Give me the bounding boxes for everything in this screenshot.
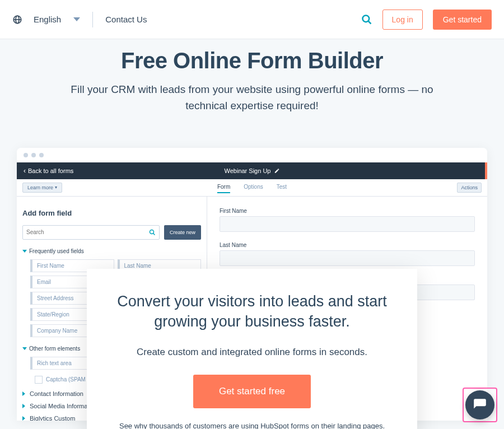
- learn-more-label: Learn more: [27, 185, 53, 190]
- cta-card: Convert your visitors into leads and sta…: [87, 269, 417, 429]
- caret-down-icon: [22, 250, 27, 253]
- search-row: Create new: [22, 225, 201, 240]
- window-dot: [39, 153, 44, 157]
- accent-strip: [485, 162, 487, 179]
- back-link[interactable]: ‹ Back to all forms: [24, 167, 73, 175]
- svg-point-3: [362, 15, 369, 22]
- hero: Free Online Form Builder Fill your CRM w…: [0, 39, 504, 114]
- form-title: Webinar Sign Up: [225, 167, 271, 174]
- field-search[interactable]: [22, 225, 160, 240]
- page-subtitle: Fill your CRM with leads from your websi…: [50, 81, 454, 114]
- header-right: Log in Get started: [361, 10, 492, 30]
- search-icon: [149, 229, 156, 236]
- page-title: Free Online Form Builder: [34, 48, 470, 73]
- pencil-icon: [274, 168, 279, 174]
- sub-toolbar: Learn more ▾ Form Options Test Actions: [17, 179, 487, 197]
- builder-tabs: Form Options Test: [217, 181, 287, 193]
- chat-icon: [473, 398, 487, 412]
- label-last-name: Last Name: [220, 242, 475, 248]
- checkbox-icon: [35, 376, 43, 384]
- caret-right-icon: [22, 391, 27, 396]
- input-first-name[interactable]: [220, 216, 475, 232]
- caret-down-icon: ▾: [55, 185, 57, 190]
- tab-options[interactable]: Options: [244, 181, 263, 193]
- category-label: Other form elements: [29, 346, 80, 352]
- cta-subtext: Create custom and integrated online form…: [107, 347, 397, 358]
- contact-link[interactable]: Contact Us: [105, 15, 147, 24]
- chevron-left-icon: ‹: [24, 167, 26, 175]
- window-dot: [31, 153, 36, 157]
- search-icon[interactable]: [361, 14, 372, 25]
- chat-bubble: [465, 390, 494, 419]
- header-left: English Contact Us: [12, 12, 147, 27]
- app-top-bar: ‹ Back to all forms Webinar Sign Up: [17, 162, 487, 179]
- category-toggle[interactable]: Frequently used fields: [22, 246, 201, 256]
- back-label: Back to all forms: [28, 167, 73, 174]
- globe-icon: [12, 15, 22, 25]
- tab-test[interactable]: Test: [277, 181, 287, 193]
- chevron-down-icon: [73, 17, 80, 21]
- actions-button[interactable]: Actions: [457, 183, 482, 193]
- svg-line-4: [368, 21, 371, 24]
- caret-right-icon: [22, 416, 27, 421]
- learn-more-button[interactable]: Learn more ▾: [22, 183, 62, 193]
- divider: [92, 12, 93, 27]
- panel-heading: Add form field: [22, 209, 201, 217]
- tab-form[interactable]: Form: [217, 181, 230, 193]
- category-label: Frequently used fields: [29, 248, 84, 254]
- form-title-group[interactable]: Webinar Sign Up: [225, 167, 280, 174]
- caret-down-icon: [22, 347, 27, 350]
- svg-line-6: [153, 233, 155, 235]
- create-new-button[interactable]: Create new: [164, 225, 201, 240]
- chat-widget[interactable]: [463, 388, 497, 422]
- language-selector[interactable]: English: [12, 15, 80, 25]
- input-last-name[interactable]: [220, 250, 475, 266]
- get-started-button[interactable]: Get started: [433, 10, 492, 30]
- cta-heading: Convert your visitors into leads and sta…: [107, 291, 397, 332]
- cta-footnote: See why thousands of customers are using…: [107, 422, 397, 429]
- section-label: Biglytics Custom: [30, 415, 75, 421]
- caret-right-icon: [22, 404, 27, 408]
- get-started-free-button[interactable]: Get started free: [193, 375, 311, 408]
- browser-chrome: [17, 148, 487, 162]
- svg-point-5: [150, 230, 153, 234]
- site-header: English Contact Us Log in Get started: [0, 0, 504, 39]
- section-label: Contact Information: [30, 390, 83, 397]
- language-label: English: [34, 15, 61, 24]
- search-input[interactable]: [26, 229, 149, 235]
- login-button[interactable]: Log in: [382, 10, 423, 30]
- window-dot: [24, 153, 28, 157]
- label-first-name: First Name: [220, 208, 475, 214]
